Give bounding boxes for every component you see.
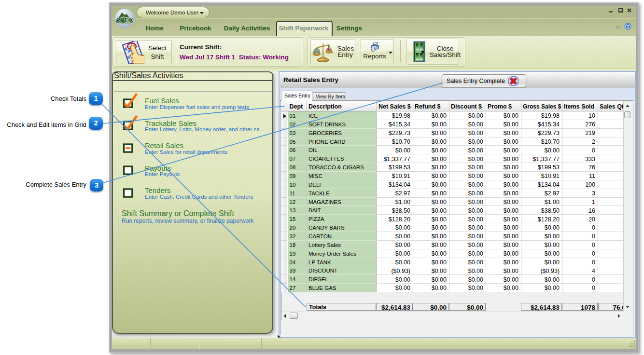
- svg-text:APEX: APEX: [115, 16, 133, 24]
- svg-text:?: ?: [627, 24, 630, 29]
